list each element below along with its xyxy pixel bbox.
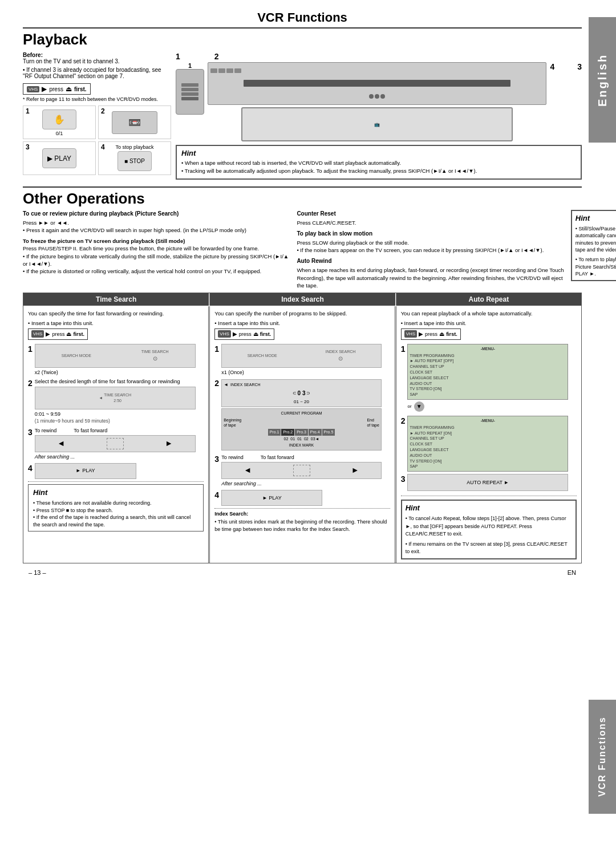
time-search-insert: • Insert a tape into this unit. bbox=[28, 319, 204, 327]
side-tab-vcr: VCR Functions bbox=[589, 700, 616, 814]
auto-step2: 2 -MENU- TIMER PROGRAMMING ► AUTO REPEAT… bbox=[401, 416, 577, 472]
index-step2: 2 ◄ INDEX SEARCH ⊂ 0 3 ⊃ bbox=[214, 378, 390, 451]
step1-illus: ✋ bbox=[42, 109, 76, 129]
other-ops-title: Other Operations bbox=[23, 186, 582, 208]
index-range: 01 ~ 20 bbox=[224, 399, 379, 405]
side-tab-english: English bbox=[589, 17, 616, 143]
time-step1: 1 SEARCH MODE TIME SEARCH⊙ x2 (Twice) bbox=[28, 344, 204, 376]
time-search-hint: Hint • These functions are not available… bbox=[28, 484, 204, 532]
time-search-content: You can specify the time for fast forwar… bbox=[23, 306, 209, 563]
index-step3: 3 To rewind To fast forward ◄ ► After s bbox=[214, 454, 390, 488]
auto-step3-illus: AUTO REPEAT ► bbox=[407, 474, 568, 491]
index-step2-illus: ◄ INDEX SEARCH ⊂ 0 3 ⊃ 01 ~ 20 bbox=[221, 379, 382, 407]
ops-hint-col: Hint • Still/Slow/Pause mode will be aut… bbox=[571, 210, 616, 290]
index-step1-illus: SEARCH MODE INDEX SEARCH⊙ bbox=[221, 344, 382, 368]
vhs-badge: VHS bbox=[27, 86, 39, 92]
picture-search-text: Press ►► or ◄◄. bbox=[23, 219, 291, 226]
playback-left: Before: Turn on the TV and set it to cha… bbox=[23, 52, 171, 182]
time-step4-illus: ► PLAY bbox=[35, 463, 136, 479]
index-step1: 1 SEARCH MODE INDEX SEARCH⊙ x1 (Once) bbox=[214, 344, 390, 376]
index-step3-illus: ◄ ► bbox=[221, 462, 382, 479]
page-footer: – 13 – EN bbox=[23, 567, 582, 578]
auto-repeat-header: Auto Repeat bbox=[396, 293, 581, 306]
hint-title: Hint bbox=[181, 149, 576, 157]
index-search-desc: You can specify the number of programs t… bbox=[214, 310, 390, 317]
index-step4: 4 ► PLAY bbox=[214, 490, 390, 506]
step3-illus: ▶ PLAY bbox=[42, 148, 76, 168]
time-step2: 2 Select the desired length of time for … bbox=[28, 378, 204, 424]
ops-text-area: To cue or review picture during playback… bbox=[23, 210, 582, 290]
auto-repeat-hint: Hint • To cancel Auto Repeat, follow ste… bbox=[401, 500, 577, 559]
index-search-header: Index Search bbox=[209, 293, 395, 306]
vcr-functions-label: VCR Functions bbox=[597, 717, 607, 797]
step-4-box: 4 To stop playback ■ STOP bbox=[98, 141, 171, 175]
ops-right: Counter Reset Press CLEAR/C.RESET. To pl… bbox=[297, 210, 565, 290]
before-note: • If channel 3 is already occupied for b… bbox=[23, 67, 171, 79]
still-mode-text: Press PAUSE/STEP II. Each time you press… bbox=[23, 245, 291, 252]
time-search-header: Time Search bbox=[23, 293, 209, 306]
step2-illus: 📼 bbox=[112, 111, 157, 134]
vhs-note: * Refer to page 11 to switch between the… bbox=[23, 96, 171, 102]
playback-right: 1 2 1 bbox=[176, 52, 582, 182]
index-step4-illus: ► PLAY bbox=[221, 490, 322, 506]
still-mode-heading: To freeze the picture on TV screen durin… bbox=[23, 237, 291, 245]
hint-text: • When a tape without record tab is inse… bbox=[181, 159, 576, 176]
auto-step3: 3 AUTO REPEAT ► bbox=[401, 474, 577, 491]
step-3-box: 3 ▶ PLAY bbox=[23, 141, 96, 175]
ops-hint-text1: • Still/Slow/Pause mode will be automati… bbox=[576, 225, 616, 254]
slow-motion-heading: To play back in slow motion bbox=[297, 230, 565, 238]
time-search-vhs-press: VHS ▶ press ⏏ first. bbox=[28, 328, 88, 340]
time-step4: 4 ► PLAY bbox=[28, 463, 204, 479]
time-step1-illus: SEARCH MODE TIME SEARCH⊙ bbox=[35, 344, 196, 368]
step3-after: After searching ... bbox=[35, 453, 204, 461]
auto-step2-menu: -MENU- TIMER PROGRAMMING ► AUTO REPEAT [… bbox=[407, 416, 568, 472]
auto-step1-menu: -MENU- TIMER PROGRAMMING ► AUTO REPEAT [… bbox=[407, 344, 568, 400]
index-search-insert: • Insert a tape into this unit. bbox=[214, 319, 390, 327]
time-search-desc: You can specify the time for fast forwar… bbox=[28, 310, 204, 317]
index-search-hint: Index Search: • This unit stores index m… bbox=[214, 510, 390, 533]
step2-text: Select the desired length of time for fa… bbox=[35, 378, 204, 386]
time-step3-illus: ◄ ► bbox=[35, 435, 196, 452]
vcr-functions-title: VCR Functions bbox=[23, 6, 582, 29]
step2-time: 0:01 ~ 9:59 bbox=[35, 411, 204, 418]
before-text: Before: Turn on the TV and set it to cha… bbox=[23, 52, 171, 64]
index-step1-sub: x1 (Once) bbox=[221, 369, 390, 376]
step1-sub: x2 (Twice) bbox=[35, 369, 204, 376]
auto-repeat-insert: • Insert a tape into this unit. bbox=[401, 319, 577, 327]
three-col-section: Time Search Index Search Auto Repeat You… bbox=[23, 293, 582, 563]
time-step2-illus: ◄ TIME SEARCH2:50 bbox=[35, 387, 196, 409]
auto-repeat-content: You can repeat playback of a whole tape … bbox=[396, 306, 581, 563]
still-mode-note2: • If the picture is distorted or rolling… bbox=[23, 267, 291, 275]
ops-hint-title: Hint bbox=[576, 213, 616, 224]
playback-section: Before: Turn on the TV and set it to cha… bbox=[23, 52, 582, 182]
step-1-box: 1 ✋ 0/1 bbox=[23, 106, 96, 139]
index-search-content: You can specify the number of programs t… bbox=[209, 306, 395, 563]
steps-grid: 1 ✋ 0/1 2 📼 3 ▶ PLAY 4 bbox=[23, 106, 171, 175]
still-mode-note1: • If the picture begins to vibrate verti… bbox=[23, 253, 291, 268]
page-wrapper: English VCR Functions VCR Functions Play… bbox=[0, 0, 616, 848]
auto-rewind-text: When a tape reaches its end during playb… bbox=[297, 266, 565, 289]
time-step3: 3 To rewind To fast forward ◄ ► After s bbox=[28, 427, 204, 461]
page-en: EN bbox=[568, 569, 576, 576]
auto-rewind-heading: Auto Rewind bbox=[297, 257, 565, 265]
ops-hint-box: Hint • Still/Slow/Pause mode will be aut… bbox=[571, 210, 616, 281]
auto-step1: 1 -MENU- TIMER PROGRAMMING ► AUTO REPEAT… bbox=[401, 344, 577, 413]
step2-time-note: (1 minute~9 hours and 59 minutes) bbox=[35, 418, 204, 425]
auto-repeat-desc: You can repeat playback of a whole tape … bbox=[401, 310, 577, 317]
playback-title: Playback bbox=[23, 31, 582, 48]
step-2-box: 2 📼 bbox=[98, 106, 171, 139]
counter-reset-text: Press CLEAR/C.RESET. bbox=[297, 219, 565, 226]
auto-repeat-vhs-press: VHS ▶ press ⏏ first. bbox=[401, 328, 461, 340]
ops-hint-text2: • To return to playback from the Picture… bbox=[576, 256, 616, 278]
page-number: – 13 – bbox=[29, 569, 46, 576]
slow-motion-text: Press SLOW during playback or the still … bbox=[297, 239, 565, 246]
picture-search-note: • Press it again and the VCR/DVD will se… bbox=[23, 226, 291, 234]
index-search-vhs-press: VHS ▶ press ⏏ first. bbox=[214, 328, 274, 340]
english-label: English bbox=[596, 53, 609, 106]
index-prog-bar: CURRENT PROGRAM Beginningof tape Endof t… bbox=[221, 408, 382, 451]
picture-search-heading: To cue or review picture during playback… bbox=[23, 210, 291, 218]
index-after: After searching ... bbox=[221, 480, 390, 488]
tv-device: 📺 bbox=[241, 107, 513, 141]
counter-reset-heading: Counter Reset bbox=[297, 210, 565, 218]
playback-hint-box: Hint • When a tape without record tab is… bbox=[176, 145, 582, 180]
